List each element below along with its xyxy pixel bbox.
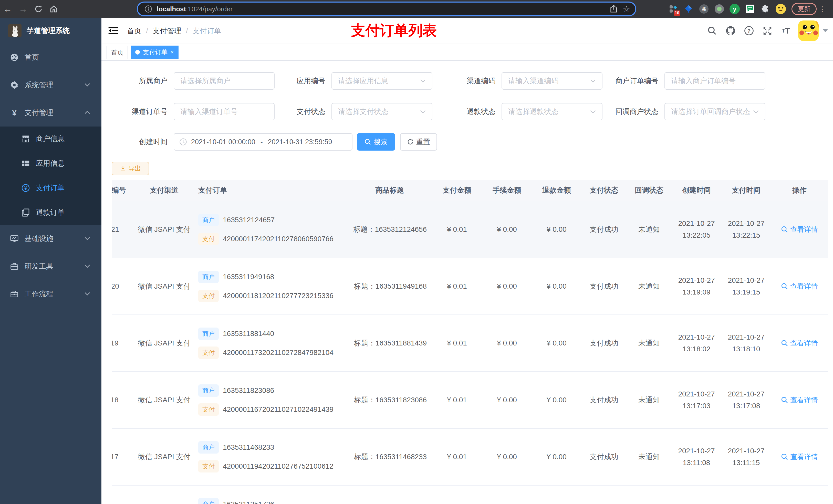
sidebar-toggle-icon[interactable] — [108, 25, 119, 37]
column-header-payTime[interactable]: 支付时间 — [721, 186, 771, 195]
breadcrumb-separator: / — [146, 27, 148, 35]
sidebar-item-4[interactable]: 研发工具 — [0, 253, 101, 280]
cell-amount: ¥ 0.01 — [432, 315, 482, 371]
cell-order: 商户1635311881440支付42000011732021102728479… — [196, 315, 347, 371]
reset-button[interactable]: 重置 — [400, 133, 437, 150]
sidebar-item-label: 首页 — [25, 52, 39, 62]
sidebar-item-3[interactable]: 基础设施 — [0, 225, 101, 253]
column-header-id[interactable]: 编号 — [112, 186, 132, 195]
extension-y-icon[interactable]: y — [727, 1, 742, 17]
cell-fee: ¥ 0.00 — [482, 315, 532, 371]
placeholder: 请输入商户订单编号 — [671, 76, 736, 86]
user-avatar[interactable] — [798, 21, 819, 41]
cell-action — [771, 485, 828, 504]
briefcase-icon — [10, 290, 19, 298]
tag-view-tab-支付订单[interactable]: 支付订单× — [130, 46, 178, 59]
logo-image — [8, 24, 22, 38]
column-header-notifyStatus[interactable]: 回调状态 — [626, 186, 672, 195]
sidebar-item-0[interactable]: 首页 — [0, 44, 101, 71]
profile-avatar-icon[interactable] — [773, 1, 788, 17]
sidebar-item-label: 研发工具 — [25, 262, 53, 271]
monitor-icon — [10, 234, 19, 243]
browser-update-button[interactable]: 更新 — [791, 3, 817, 15]
cell-order: 商户1635312124657支付42000011742021102780605… — [196, 201, 347, 258]
extension-command-icon[interactable]: ⌘ — [696, 1, 712, 17]
github-icon[interactable] — [721, 18, 740, 44]
breadcrumb-item[interactable]: 首页 — [127, 26, 141, 36]
share-icon[interactable] — [610, 5, 618, 13]
cell-notifyStatus: 未通知 — [626, 372, 672, 428]
font-size-icon[interactable]: TT — [777, 18, 795, 44]
cell-order: 商户1635311251726支付 — [196, 485, 347, 504]
cell-refund: ¥ 0.00 — [532, 258, 581, 314]
sidebar-subitem-应用信息[interactable]: 应用信息 — [0, 151, 101, 176]
cell-title: 标题：1635312124656 — [347, 201, 432, 258]
sidebar-subitem-支付订单[interactable]: ¥支付订单 — [0, 176, 101, 200]
column-header-amount[interactable]: 支付金额 — [432, 186, 482, 195]
active-tab-dot — [135, 50, 140, 54]
column-header-action[interactable]: 操作 — [771, 186, 828, 195]
browser-menu-icon[interactable]: ⋮ — [819, 5, 826, 13]
extension-kite-icon[interactable] — [681, 1, 696, 17]
cell-id: 117 — [112, 429, 132, 485]
merchant-tag: 商户 — [198, 441, 219, 454]
extension-dot-icon[interactable] — [712, 1, 727, 17]
extension-chat-icon[interactable] — [742, 1, 758, 17]
fullscreen-icon[interactable] — [758, 18, 777, 44]
filter-input-商户订单编号[interactable]: 请输入商户订单编号 — [664, 72, 765, 90]
avatar-caret-icon[interactable] — [823, 29, 828, 32]
column-header-refund[interactable]: 退款金额 — [532, 186, 581, 195]
reload-button[interactable] — [31, 1, 46, 17]
cell-fee: ¥ 0.00 — [482, 372, 532, 428]
svg-text:¥: ¥ — [24, 186, 27, 191]
tag-view-tab-首页[interactable]: 首页 — [106, 46, 128, 59]
breadcrumb-item: 支付订单 — [193, 26, 221, 36]
svg-text:¥: ¥ — [12, 109, 17, 117]
sidebar-item-label: 工作流程 — [25, 289, 53, 299]
sidebar-subitem-退款订单[interactable]: 退款订单 — [0, 200, 101, 225]
cell-fee: ¥ 0.00 — [482, 429, 532, 485]
grid-icon — [22, 159, 30, 168]
merchant-tag: 商户 — [198, 214, 219, 226]
create-time-range-picker[interactable]: 2021-10-01 00:00:00 - 2021-10-31 23:59:5… — [174, 133, 353, 150]
header-search-icon[interactable] — [703, 18, 721, 44]
back-button[interactable]: ← — [0, 1, 15, 17]
breadcrumb-item[interactable]: 支付管理 — [153, 26, 181, 36]
cell-amount — [432, 485, 482, 504]
sidebar-subitem-商户信息[interactable]: 商户信息 — [0, 126, 101, 151]
address-bar[interactable]: localhost:1024/pay/order ☆ — [137, 2, 636, 16]
column-header-payStatus[interactable]: 支付状态 — [581, 186, 626, 195]
sidebar-item-label: 基础设施 — [25, 234, 53, 243]
placeholder: 请输入渠道订单号 — [180, 107, 238, 117]
home-button[interactable] — [46, 1, 62, 17]
view-detail-link[interactable]: 查看详情 — [781, 452, 818, 461]
site-info-icon[interactable] — [144, 5, 152, 13]
sidebar-item-5[interactable]: 工作流程 — [0, 280, 101, 308]
svg-text:?: ? — [747, 28, 751, 34]
view-detail-link[interactable]: 查看详情 — [781, 282, 818, 291]
close-tab-icon[interactable]: × — [171, 49, 174, 55]
view-detail-link[interactable]: 查看详情 — [781, 225, 818, 234]
placeholder: 请选择应用信息 — [338, 76, 388, 86]
bookmark-star-icon[interactable]: ☆ — [623, 4, 630, 14]
table-row-0: 121微信 JSAPI 支付商户1635312124657支付420000117… — [112, 201, 828, 258]
docs-help-icon[interactable]: ? — [740, 18, 758, 44]
column-header-channel[interactable]: 支付渠道 — [132, 186, 196, 195]
cell-title — [347, 485, 432, 504]
view-detail-link[interactable]: 查看详情 — [781, 395, 818, 405]
sidebar-item-1[interactable]: 系统管理 — [0, 71, 101, 99]
app-logo[interactable]: 芋道管理系统 — [0, 18, 101, 44]
forward-button[interactable]: → — [15, 1, 31, 17]
sidebar-item-2[interactable]: ¥支付管理 — [0, 99, 101, 126]
view-detail-link[interactable]: 查看详情 — [781, 339, 818, 348]
export-button[interactable]: 导出 — [112, 162, 149, 175]
column-header-createTime[interactable]: 创建时间 — [672, 186, 721, 195]
column-header-fee[interactable]: 手续金额 — [482, 186, 532, 195]
column-header-order[interactable]: 支付订单 — [196, 186, 347, 195]
cell-createTime: 2021-10-2713:22:05 — [672, 201, 721, 258]
extensions-puzzle-icon[interactable] — [758, 1, 773, 17]
column-header-title[interactable]: 商品标题 — [347, 186, 432, 195]
filter-select-回调商户状态[interactable]: 请选择订单回调商户状态 — [664, 103, 765, 120]
search-button[interactable]: 搜索 — [357, 133, 395, 150]
extension-blocks-icon[interactable]: 10 — [665, 1, 681, 17]
